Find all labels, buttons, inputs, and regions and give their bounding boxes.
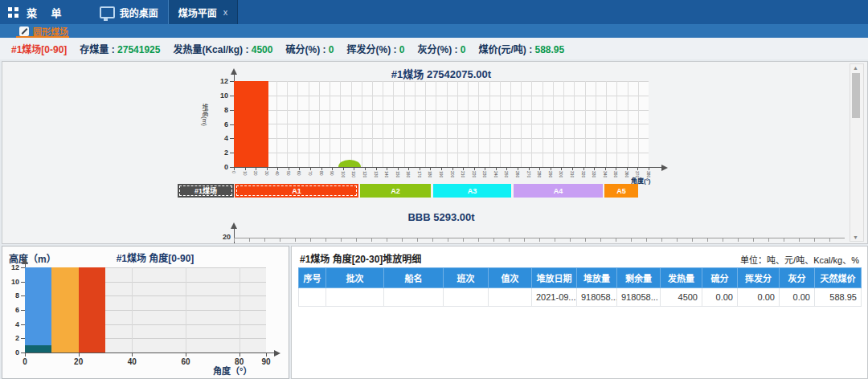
chart1-xtick-mark	[594, 168, 595, 170]
chart1-xtick-mark	[529, 168, 530, 170]
column-header[interactable]: 船名	[384, 268, 444, 288]
zone-segment-A5[interactable]: A5	[604, 184, 638, 198]
detail-table: 序号批次船名班次值次堆放日期堆放量剩余量发热量硫分挥发分灰分天然煤价2021-0…	[298, 267, 862, 307]
scroll-down-icon[interactable]: ▼	[853, 234, 858, 240]
metric-label: 煤价(元/吨) :	[479, 44, 535, 55]
column-header[interactable]: 堆放量	[577, 268, 617, 288]
chart1-xtick-mark	[485, 168, 485, 170]
chart1-xtick-label: 320	[581, 171, 586, 177]
chart1-xtick-mark	[430, 168, 431, 170]
chart2-tick-marks	[234, 238, 845, 242]
metric-label: 发热量(Kcal/kg) :	[173, 44, 251, 55]
chart1-xtick-label: 330	[592, 171, 596, 177]
chart1-xtick-label: 230	[482, 171, 487, 177]
chart1-xtick-mark	[420, 168, 420, 170]
metric-value: 4500	[252, 44, 273, 55]
scrollbar-thumb[interactable]	[852, 73, 860, 118]
column-header[interactable]: 序号	[299, 268, 326, 288]
metric-item: 发热量(Kcal/kg) : 4500	[173, 42, 272, 55]
chart3-ytick-label: 10	[3, 278, 19, 286]
chart1-xtick-label: 270	[526, 171, 531, 177]
scroll-up-icon[interactable]: ▲	[853, 65, 858, 71]
chart1-series-bar[interactable]	[234, 81, 268, 167]
chart1-xtick-mark	[267, 168, 268, 170]
chart1-xtick-mark	[474, 168, 475, 170]
chart3-xtick-mark	[186, 353, 186, 357]
coal-yard-app: 菜 单 我的桌面 煤场平面 x 圆形煤场 #1煤场[0-90] 存煤量 : 27…	[0, 0, 868, 379]
sub-toolbar: 圆形煤场	[0, 24, 868, 38]
metric-item: 灰分(%) : 0	[418, 42, 466, 55]
metric-label: 存煤量 :	[80, 44, 117, 55]
tab-coal-yard-plan[interactable]: 煤场平面 x	[168, 0, 239, 24]
chart3-xtick-label: 40	[125, 357, 138, 366]
column-header[interactable]: 批次	[326, 268, 384, 288]
table-row[interactable]: 2021-09...918058...918058...45000.000.00…	[299, 288, 862, 307]
chart1-series-mound[interactable]	[338, 160, 360, 167]
chart1-xtick-label: 300	[559, 171, 563, 177]
yard-summary-bar: #1煤场[0-90] 存煤量 : 27541925发热量(Kcal/kg) : …	[0, 38, 868, 59]
column-header[interactable]: 堆放日期	[532, 268, 577, 288]
chart1-xtick-mark	[299, 168, 300, 170]
chart3-ytick-label: 2	[3, 334, 19, 342]
edit-pencil-icon[interactable]	[19, 26, 29, 36]
chart1-xtick-label: 110	[351, 171, 356, 177]
tab-my-desktop[interactable]: 我的桌面	[90, 0, 168, 24]
chart3-ytick-label: 4	[3, 320, 19, 328]
chart1-xtick-label: 360	[624, 171, 629, 177]
column-header[interactable]: 挥发分	[738, 268, 780, 288]
column-header[interactable]: 剩余量	[617, 268, 661, 288]
chart1-xtick-mark	[289, 168, 289, 170]
chart1-xtick-mark	[376, 168, 377, 170]
zone-segment-A1[interactable]: A1	[235, 184, 358, 198]
table-cell: 918058...	[577, 288, 617, 307]
chart1-xtick-mark	[506, 168, 507, 170]
column-header[interactable]: 硫分	[702, 268, 738, 288]
zone-segment-#1煤场[interactable]: #1煤场	[178, 184, 234, 198]
chart1-ytick-label: 4	[212, 134, 228, 142]
chart3-bar[interactable]	[25, 267, 51, 353]
column-header[interactable]: 班次	[444, 268, 489, 288]
chart1-xtick-label: 0	[231, 171, 236, 173]
zone-strip: #1煤场A1A2A3A4A5	[2, 184, 867, 198]
chart1-xtick-label: 90	[330, 171, 334, 176]
tab-close-icon[interactable]: x	[223, 7, 228, 17]
chart1-xtick-label: 20	[253, 171, 258, 176]
chart1-x-axis	[234, 167, 661, 168]
zone-segment-A2[interactable]: A2	[360, 184, 431, 198]
chart1-xtick-mark	[310, 168, 311, 170]
chart1-xtick-mark	[256, 168, 256, 170]
chart3-xtick-label: 0	[18, 357, 31, 366]
main-chart-panel: #1煤场 27542075.00t 堆高(m) 0246810120102030…	[2, 61, 868, 244]
table-cell: 2021-09...	[532, 288, 577, 307]
chart1-y-axis-label: 堆高(m)	[200, 104, 209, 126]
chart3-x-axis-label: 角度（°）	[213, 364, 252, 377]
menu-button[interactable]: 菜 单	[27, 5, 68, 20]
metric-value: 27541925	[117, 44, 160, 55]
chart3-bar[interactable]	[79, 267, 105, 353]
chart1-xtick-mark	[637, 168, 638, 170]
chart3-xtick-mark	[240, 353, 240, 357]
chart3-bar[interactable]	[25, 345, 51, 353]
metric-item: 存煤量 : 27541925	[80, 42, 160, 55]
chart1-xtick-mark	[398, 168, 399, 170]
chart1-xtick-label: 160	[406, 171, 411, 177]
chart1-xtick-mark	[441, 168, 442, 170]
column-header[interactable]: 发热量	[661, 268, 702, 288]
column-header[interactable]: 灰分	[780, 268, 815, 288]
chart3-bar[interactable]	[51, 267, 78, 353]
zone-segment-A3[interactable]: A3	[433, 184, 511, 198]
column-header[interactable]: 值次	[489, 268, 532, 288]
chart1-xtick-label: 150	[395, 171, 400, 177]
main-panel-scrollbar[interactable]: ▲ ▼	[850, 63, 864, 242]
desktop-monitor-icon	[100, 6, 115, 18]
column-header[interactable]: 天然煤价	[815, 268, 862, 288]
menu-grid-icon[interactable]	[8, 7, 18, 18]
chart1-xtick-mark	[343, 168, 344, 170]
chart1-xtick-mark	[572, 168, 573, 170]
zone-segment-A4[interactable]: A4	[514, 184, 603, 198]
chart1-plot: 0246810120102030405060708090100110120130…	[234, 81, 649, 167]
chart1-xtick-mark	[561, 168, 562, 170]
metric-label: 硫分(%) :	[285, 44, 328, 55]
table-cell	[299, 288, 326, 307]
units-note: 单位：吨、元/吨、Kcal/kg、%	[740, 253, 859, 266]
